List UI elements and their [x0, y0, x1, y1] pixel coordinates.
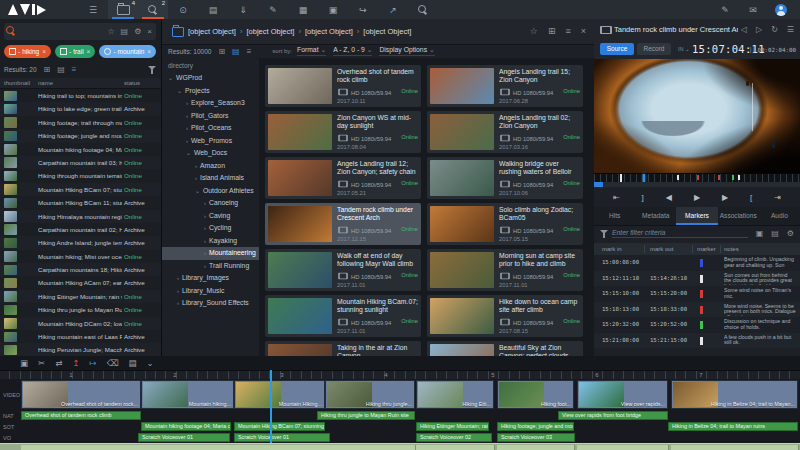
- clip-card[interactable]: Angels Landing trail 15; Zion CanyonHD 1…: [427, 65, 583, 107]
- chevron-icon[interactable]: ›: [186, 113, 188, 119]
- grid-view-icon[interactable]: ⊞: [218, 47, 225, 56]
- clip-card[interactable]: Tandem rock climb under Crescent ArchHD …: [265, 203, 421, 245]
- result-row[interactable]: Hiking footage; jungle and mountain te..…: [0, 129, 161, 142]
- chevron-icon[interactable]: ›: [204, 250, 206, 256]
- video-clip[interactable]: Hiking Etti...: [416, 380, 494, 409]
- record-button[interactable]: Record: [637, 43, 671, 55]
- tree-item[interactable]: ›Kayaking: [162, 235, 259, 248]
- mark-out-icon[interactable]: [: [750, 193, 752, 202]
- result-row[interactable]: Hiking Himalaya mountain region 17Online: [0, 210, 161, 223]
- tree-item[interactable]: ›Cycling: [162, 222, 259, 235]
- chevron-icon[interactable]: ⌄: [195, 188, 200, 194]
- play-icon[interactable]: ▶: [694, 193, 700, 202]
- tree-item[interactable]: ›Explore_Season3: [162, 97, 259, 110]
- breadcrumb-item[interactable]: ›[object Object]: [188, 27, 236, 36]
- panel-menu-icon[interactable]: ☰: [787, 25, 794, 34]
- result-row[interactable]: Hiking mountain east of Laas RiverArchiv…: [0, 330, 161, 343]
- timeline-overview[interactable]: [0, 443, 800, 450]
- audio-clip[interactable]: Scratch Voiceover 03: [497, 433, 575, 442]
- tree-item[interactable]: ›Library_Images: [162, 272, 259, 285]
- marker-filter-input[interactable]: [612, 228, 748, 238]
- mark-in-icon[interactable]: ]: [642, 193, 644, 202]
- result-row[interactable]: Carpathian mountains 18; Hiking underArc…: [0, 263, 161, 276]
- chevron-icon[interactable]: ›: [177, 288, 179, 294]
- splice-icon[interactable]: ↦: [89, 358, 96, 368]
- tree-item[interactable]: ⌄Outdoor Athletes: [162, 185, 259, 198]
- marker-row[interactable]: 15:18:13:0015:18:33:00More wind noise. S…: [594, 302, 800, 318]
- audio-clip[interactable]: View over rapids from foot bridge: [558, 411, 668, 420]
- result-row[interactable]: Hiking Peruvian Jungle; Maccha PicchuArc…: [0, 343, 161, 356]
- display-options-select[interactable]: Display Options ⌄: [379, 46, 434, 56]
- copy-icon[interactable]: ▣: [756, 229, 764, 238]
- tree-item[interactable]: ›Mountaineering: [162, 247, 259, 260]
- search-field[interactable]: ☆ ▤ ⚙ ×: [4, 23, 156, 40]
- track-label[interactable]: VO: [3, 435, 11, 441]
- loop-icon[interactable]: ↻: [771, 25, 778, 34]
- clip-card[interactable]: Angels Landing trail 12; Zion Canyon; sa…: [265, 157, 421, 199]
- tree-item[interactable]: ›Web_Promos: [162, 135, 259, 148]
- clip-card[interactable]: Walk off at end of day following Mayr Wa…: [265, 249, 421, 291]
- track-label[interactable]: VIDEO: [3, 392, 20, 398]
- tree-item[interactable]: ›Library_Music: [162, 285, 259, 298]
- audio-clip[interactable]: Hiking thru jungle to Mayan Ruin site: [317, 411, 415, 420]
- tree-item[interactable]: ⌄Web_Docs: [162, 147, 259, 160]
- scrub-marker[interactable]: [718, 175, 720, 180]
- result-row[interactable]: Hiking Ettinger Mountain; rain washout .…: [0, 290, 161, 303]
- tab[interactable]: Markers: [676, 207, 717, 225]
- detail-view-icon[interactable]: ≡: [72, 65, 77, 74]
- playhead[interactable]: [270, 370, 272, 443]
- caret-icon[interactable]: ⌄: [147, 358, 154, 368]
- tree-item[interactable]: ⌄WGProd: [162, 72, 259, 85]
- chevron-icon[interactable]: ›: [186, 138, 188, 144]
- audio-clip[interactable]: Scratch Voiceover 02: [416, 433, 492, 442]
- settings-icon[interactable]: ⚙: [787, 229, 794, 238]
- chevron-icon[interactable]: ⌄: [177, 88, 182, 94]
- marker-row[interactable]: 15:12:11:1015:14:26:10Sun comes out from…: [594, 271, 800, 287]
- messages-icon[interactable]: ✉: [744, 0, 762, 19]
- clip-card[interactable]: Angels Landing trail 02; Zion CanyonHD 1…: [427, 111, 583, 153]
- video-clip[interactable]: Mountain Hiking...: [234, 380, 325, 409]
- tree-item[interactable]: ›Canoeing: [162, 197, 259, 210]
- clip-card[interactable]: Zion Canyon WS at mid-day sunlightHD 108…: [265, 111, 421, 153]
- scroll-thumb[interactable]: [594, 182, 603, 187]
- result-row[interactable]: Hiking to lake edge; green trail with mo…: [0, 102, 161, 115]
- delete-icon[interactable]: ⌫: [107, 358, 119, 368]
- chevron-icon[interactable]: ⌄: [168, 75, 173, 81]
- menu-icon[interactable]: ☰: [78, 0, 108, 19]
- chevron-icon[interactable]: ›: [204, 225, 206, 231]
- scrub-marker[interactable]: [677, 175, 679, 180]
- list-view-icon[interactable]: ≡: [247, 47, 252, 56]
- order-select[interactable]: A - Z, 0 - 9 ⌄: [333, 46, 372, 56]
- breadcrumb-item[interactable]: ›[object Object]: [236, 27, 294, 36]
- overwrite-icon[interactable]: ↥: [72, 358, 79, 368]
- filter-icon[interactable]: [600, 230, 609, 238]
- chip-remove-icon[interactable]: ×: [42, 48, 46, 55]
- tree-item[interactable]: ›Pilot_Gators: [162, 110, 259, 123]
- search-icon[interactable]: 2: [138, 0, 168, 19]
- send-icon[interactable]: ↪: [348, 0, 378, 19]
- export-icon[interactable]: ↗: [378, 0, 408, 19]
- favorite-icon[interactable]: ☆: [107, 27, 114, 36]
- tab[interactable]: Hits: [594, 207, 635, 225]
- chevron-icon[interactable]: ›: [186, 125, 188, 131]
- result-row[interactable]: Mountain Hiking DCam 02; low angleOnline: [0, 317, 161, 330]
- razor-icon[interactable]: ✂: [38, 358, 45, 368]
- result-row[interactable]: Mountain hiking; Mist over ocean and w..…: [0, 250, 161, 263]
- result-row[interactable]: Mountain hiking footage 04; Maria cam...…: [0, 143, 161, 156]
- panels-icon[interactable]: ▦: [288, 0, 318, 19]
- scrub-marker[interactable]: [697, 175, 699, 180]
- filter-icon[interactable]: [148, 66, 157, 74]
- result-row[interactable]: Hiking footage; trail through mountain .…: [0, 116, 161, 129]
- filter-chip[interactable]: -mountain×: [99, 45, 156, 58]
- close-icon[interactable]: ×: [147, 27, 152, 36]
- breadcrumb-item[interactable]: ›[object Object]: [294, 27, 352, 36]
- compose-icon[interactable]: ✎: [716, 0, 734, 19]
- result-row[interactable]: Mountain Hiking BCam 07; stunning su...O…: [0, 183, 161, 196]
- chevron-icon[interactable]: ›: [204, 238, 206, 244]
- scrub-marker[interactable]: [732, 175, 734, 180]
- goto-in-icon[interactable]: ⇤: [613, 193, 620, 202]
- filter-chip[interactable]: -hiking×: [4, 45, 51, 58]
- tree-item[interactable]: ›Island Animals: [162, 172, 259, 185]
- audio-clip[interactable]: Mountain Hiking BCam 07; stunning sun...: [234, 422, 325, 431]
- panel-menu-icon[interactable]: ≡: [565, 26, 570, 36]
